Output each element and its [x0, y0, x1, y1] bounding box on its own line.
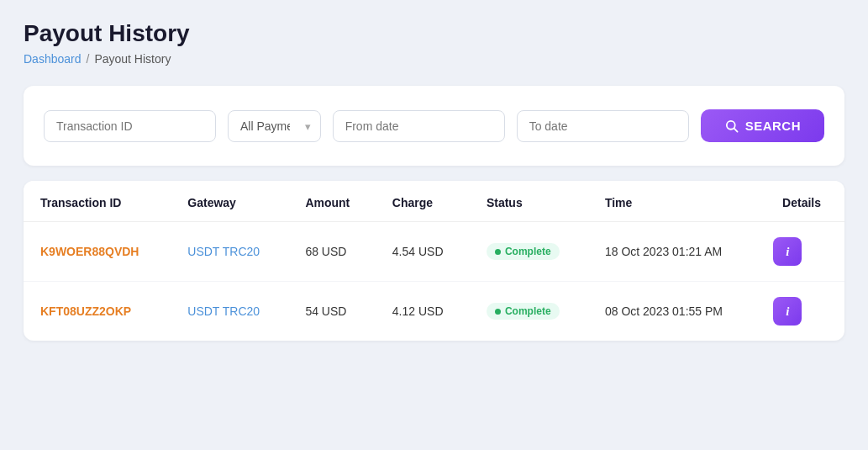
to-date-input[interactable] — [517, 110, 689, 142]
col-transaction-id: Transaction ID — [24, 181, 171, 222]
search-button-label: SEARCH — [745, 119, 801, 133]
col-amount: Amount — [288, 181, 375, 222]
cell-details-1: i — [756, 282, 844, 341]
search-button[interactable]: SEARCH — [701, 109, 824, 142]
status-label-1: Complete — [505, 305, 551, 317]
col-status: Status — [470, 181, 588, 222]
transaction-id-value-1: KFT08UZZ2OKP — [40, 304, 131, 318]
cell-gateway-0: USDT TRC20 — [171, 222, 288, 282]
cell-gateway-1: USDT TRC20 — [171, 282, 288, 341]
cell-charge-1: 4.12 USD — [376, 282, 470, 341]
search-card: All Payment USDT TRC20 BTC ETH ▾ SEARCH — [24, 86, 844, 166]
search-row: All Payment USDT TRC20 BTC ETH ▾ SEARCH — [44, 109, 824, 142]
col-gateway: Gateway — [171, 181, 288, 222]
table-card: Transaction ID Gateway Amount Charge Sta… — [24, 181, 844, 341]
cell-status-0: Complete — [470, 222, 588, 282]
cell-amount-1: 54 USD — [288, 282, 375, 341]
table-header: Transaction ID Gateway Amount Charge Sta… — [24, 181, 844, 222]
payout-table: Transaction ID Gateway Amount Charge Sta… — [24, 181, 844, 341]
status-label-0: Complete — [505, 246, 551, 257]
breadcrumb: Dashboard / Payout History — [24, 52, 844, 66]
cell-time-0: 18 Oct 2023 01:21 AM — [588, 222, 756, 282]
cell-amount-0: 68 USD — [288, 222, 375, 282]
info-icon-1: i — [786, 304, 789, 319]
detail-button-1[interactable]: i — [773, 297, 802, 326]
breadcrumb-separator: / — [87, 52, 90, 66]
cell-status-1: Complete — [470, 282, 588, 341]
gateway-value-1: USDT TRC20 — [187, 304, 260, 318]
col-time: Time — [588, 181, 756, 222]
table-body: K9WOER88QVDH USDT TRC20 68 USD 4.54 USD … — [24, 222, 844, 341]
gateway-value-0: USDT TRC20 — [187, 245, 260, 258]
status-badge-1: Complete — [487, 303, 560, 320]
info-icon-0: i — [786, 245, 789, 259]
from-date-input[interactable] — [333, 110, 505, 142]
col-details: Details — [756, 181, 844, 222]
cell-txn-id-0: K9WOER88QVDH — [24, 222, 171, 282]
page-title: Payout History — [24, 20, 844, 47]
cell-charge-0: 4.54 USD — [376, 222, 470, 282]
table-row: KFT08UZZ2OKP USDT TRC20 54 USD 4.12 USD … — [24, 282, 844, 341]
cell-time-1: 08 Oct 2023 01:55 PM — [588, 282, 756, 341]
cell-details-0: i — [756, 222, 844, 282]
breadcrumb-current: Payout History — [94, 52, 171, 66]
status-dot-0 — [495, 249, 501, 255]
svg-line-1 — [734, 129, 737, 132]
payment-filter-select[interactable]: All Payment USDT TRC20 BTC ETH — [228, 110, 321, 142]
transaction-id-value-0: K9WOER88QVDH — [40, 245, 139, 258]
status-badge-0: Complete — [487, 243, 560, 260]
status-dot-1 — [495, 309, 501, 315]
payment-filter-wrapper: All Payment USDT TRC20 BTC ETH ▾ — [228, 110, 321, 142]
table-row: K9WOER88QVDH USDT TRC20 68 USD 4.54 USD … — [24, 222, 844, 282]
transaction-id-input[interactable] — [44, 110, 216, 142]
col-charge: Charge — [376, 181, 470, 222]
cell-txn-id-1: KFT08UZZ2OKP — [24, 282, 171, 341]
detail-button-0[interactable]: i — [773, 237, 802, 266]
breadcrumb-dashboard-link[interactable]: Dashboard — [24, 52, 82, 66]
search-icon — [724, 119, 739, 133]
